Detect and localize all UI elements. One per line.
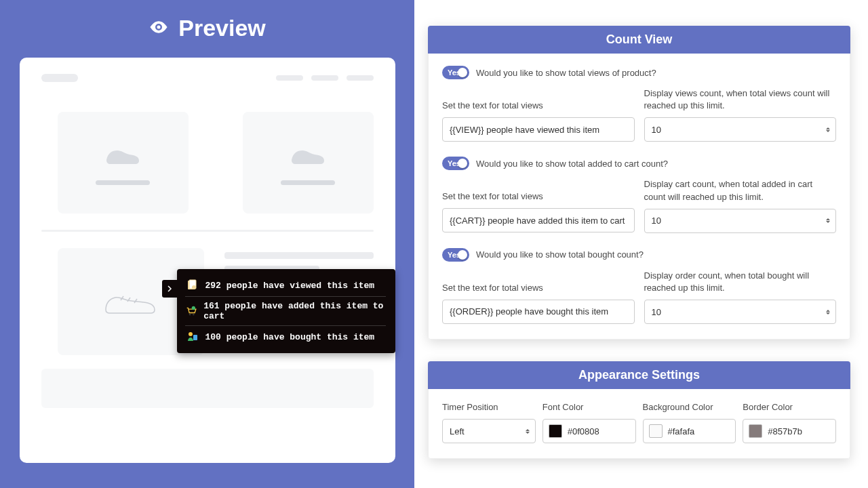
views-text-input[interactable] [442, 117, 635, 142]
shoe-icon [102, 141, 143, 171]
placeholder [224, 252, 374, 259]
eye-icon [149, 17, 169, 40]
cart-text-input[interactable] [442, 208, 635, 232]
color-swatch [549, 424, 562, 438]
svg-point-4 [193, 314, 195, 316]
stepper-icon [826, 218, 830, 223]
placeholder [276, 75, 303, 81]
bg-color-input[interactable]: #fafafa [643, 419, 736, 443]
views-question: Would you like to show total views of pr… [476, 68, 656, 78]
toggle-knob [458, 159, 467, 168]
views-text-label: Set the text for total views [442, 87, 635, 112]
font-color-label: Font Color [542, 401, 636, 413]
bought-text-input[interactable] [442, 300, 635, 324]
count-view-heading: Count View [428, 26, 850, 54]
tooltip-bought-row: 100 people have bought this item [185, 326, 386, 348]
toggle-knob [458, 68, 467, 77]
cart-icon [185, 304, 197, 318]
product-thumb [243, 112, 374, 214]
border-color-label: Border Color [743, 401, 836, 413]
toggle-cart[interactable]: Yes [442, 157, 469, 170]
stepper-icon [826, 310, 830, 314]
preview-header: Preview [149, 15, 266, 41]
preview-card: 292 people have viewed this item 161 peo… [20, 58, 395, 463]
placeholder [281, 180, 335, 185]
svg-point-5 [191, 306, 195, 310]
placeholder [41, 74, 78, 82]
count-tooltip: 292 people have viewed this item 161 peo… [177, 269, 395, 353]
tooltip-bought-text: 100 people have bought this item [205, 332, 375, 342]
cart-limit-input[interactable]: 10 [644, 209, 837, 233]
toggle-bought[interactable]: Yes [442, 248, 469, 262]
views-limit-label: Display views count, when total views co… [644, 87, 837, 112]
placeholder [41, 369, 374, 408]
placeholder [96, 180, 150, 185]
placeholder [311, 75, 338, 81]
tooltip-views-text: 292 people have viewed this item [205, 281, 375, 291]
color-swatch [649, 424, 663, 438]
svg-point-2 [192, 285, 196, 289]
stepper-icon [826, 127, 830, 132]
views-limit-input[interactable]: 10 [644, 117, 837, 142]
bought-limit-input[interactable]: 10 [644, 300, 837, 324]
timer-position-label: Timer Position [442, 401, 536, 413]
bought-text-label: Set the text for total views [442, 270, 635, 294]
cart-question: Would you like to show total added to ca… [476, 159, 668, 169]
timer-position-select[interactable]: Left [442, 419, 536, 443]
views-icon [185, 279, 199, 292]
toggle-views[interactable]: Yes [442, 66, 469, 79]
product-thumb [58, 112, 189, 214]
placeholder [347, 75, 374, 81]
toggle-knob [458, 250, 467, 260]
border-color-input[interactable]: #857b7b [743, 419, 836, 443]
bought-icon [185, 330, 199, 344]
shoe-icon [288, 141, 328, 171]
chevron-right-icon [166, 285, 173, 292]
cart-text-label: Set the text for total views [442, 178, 635, 203]
bought-question: Would you like to show total bought coun… [476, 249, 644, 260]
divider [41, 230, 374, 232]
preview-title: Preview [178, 15, 266, 41]
svg-rect-7 [193, 335, 197, 340]
appearance-section: Appearance Settings Timer Position Left … [428, 361, 850, 459]
caret-icon [526, 429, 530, 434]
cart-limit-label: Display cart count, when total added in … [644, 178, 837, 203]
tooltip-cart-row: 161 people have added this item to cart [185, 297, 386, 326]
svg-point-6 [189, 332, 193, 336]
bought-limit-label: Display order count, when total bought w… [644, 270, 837, 294]
tooltip-handle[interactable] [162, 280, 177, 298]
tooltip-views-row: 292 people have viewed this item [185, 274, 386, 297]
shoe-outline-icon [100, 281, 161, 322]
tooltip-cart-text: 161 people have added this item to cart [203, 301, 385, 321]
bg-color-label: Background Color [643, 401, 736, 413]
svg-point-3 [189, 314, 191, 316]
color-swatch [749, 424, 762, 438]
count-view-section: Count View Yes Would you like to show to… [428, 26, 850, 340]
font-color-input[interactable]: #0f0808 [542, 419, 636, 443]
appearance-heading: Appearance Settings [428, 361, 850, 389]
